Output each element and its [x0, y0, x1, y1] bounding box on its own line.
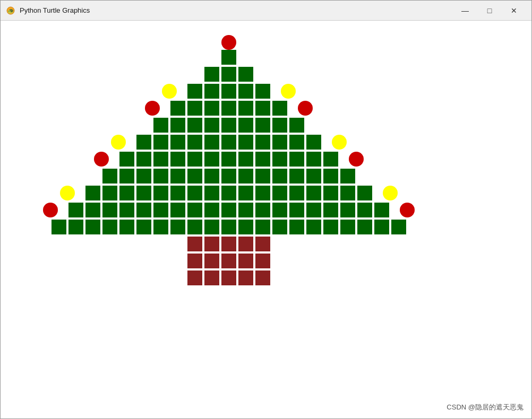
watermark: CSDN @隐居的遮天恶鬼	[447, 403, 524, 412]
close-button[interactable]: ✕	[502, 3, 526, 19]
drawing-canvas: CSDN @隐居的遮天恶鬼	[1, 21, 531, 418]
app-icon: 🐢	[6, 6, 15, 15]
window-title: Python Turtle Graphics	[20, 6, 453, 14]
minimize-button[interactable]: —	[453, 3, 477, 19]
app-window: 🐢 Python Turtle Graphics — □ ✕ CSDN @隐居的…	[0, 0, 532, 419]
titlebar: 🐢 Python Turtle Graphics — □ ✕	[1, 1, 531, 21]
window-controls: — □ ✕	[453, 3, 526, 19]
svg-text:🐢: 🐢	[7, 7, 14, 14]
maximize-button[interactable]: □	[477, 3, 502, 19]
tree-canvas	[1, 21, 457, 403]
